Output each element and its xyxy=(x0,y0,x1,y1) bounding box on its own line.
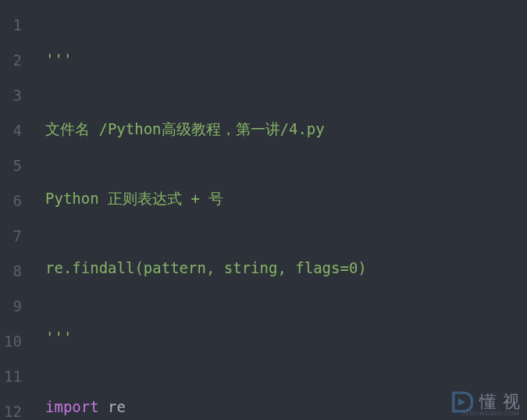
code-editor[interactable]: 1 2 3 4 5 6 7 8 9 10 11 12 ''' 文件名 /Pyth… xyxy=(0,0,527,420)
code-line[interactable]: re.findall(pattern, string, flags=0) xyxy=(45,251,527,286)
code-token: Python 正则表达式 + 号 xyxy=(45,190,223,207)
code-line[interactable]: 文件名 /Python高级教程，第一讲/4.py xyxy=(45,112,527,147)
line-number: 7 xyxy=(0,219,30,254)
line-number: 12 xyxy=(0,394,30,420)
code-line[interactable]: ''' xyxy=(45,42,527,77)
code-line[interactable]: ''' xyxy=(45,320,527,355)
line-number: 10 xyxy=(0,324,30,359)
code-token: ''' xyxy=(45,51,72,68)
line-number: 11 xyxy=(0,359,30,394)
code-line[interactable]: import re xyxy=(45,390,527,420)
code-token: 文件名 /Python高级教程，第一讲/4.py xyxy=(45,120,325,137)
line-number: 1 xyxy=(0,8,30,43)
line-number: 6 xyxy=(0,183,30,219)
line-number: 8 xyxy=(0,254,30,289)
code-token: import xyxy=(45,398,99,415)
code-line[interactable]: Python 正则表达式 + 号 xyxy=(45,181,527,216)
code-token: ''' xyxy=(45,329,72,346)
line-number: 3 xyxy=(0,78,30,113)
code-area[interactable]: ''' 文件名 /Python高级教程，第一讲/4.py Python 正则表达… xyxy=(30,0,527,420)
code-token: re.findall(pattern, string, flags=0) xyxy=(45,259,367,276)
line-number: 4 xyxy=(0,113,30,148)
line-number-gutter: 1 2 3 4 5 6 7 8 9 10 11 12 xyxy=(0,0,30,420)
code-token: re xyxy=(99,398,126,415)
line-number: 2 xyxy=(0,43,30,78)
line-number: 5 xyxy=(0,148,30,183)
line-number: 9 xyxy=(0,289,30,324)
